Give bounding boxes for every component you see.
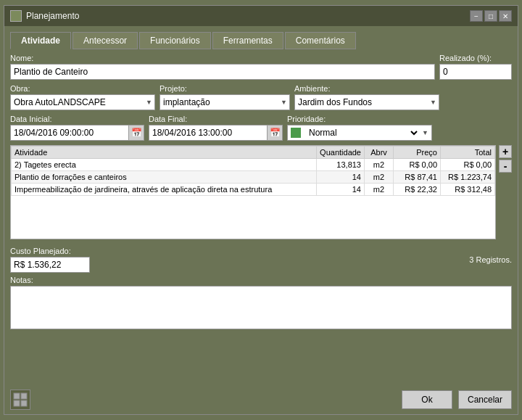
group-ambiente: Ambiente: Jardim dos Fundos [294, 84, 439, 110]
prioridade-label: Prioridade: [287, 115, 432, 123]
row-obra: Obra: Obra AutoLANDSCAPE Projeto: implan… [10, 84, 512, 110]
data-final-calendar-button[interactable]: 📅 [267, 125, 283, 141]
maximize-button[interactable]: □ [484, 10, 497, 22]
table-controls: + - [499, 145, 512, 239]
group-data-final: Data Final: 📅 [149, 115, 283, 141]
ambiente-select[interactable]: Jardim dos Fundos [294, 94, 439, 110]
cell-atividade: Impermeabilização de jardineira, através… [12, 184, 317, 196]
col-header-total: Total [441, 147, 495, 159]
data-inicial-wrap: 📅 [10, 125, 144, 141]
custo-row: Custo Planejado: 3 Registros. [10, 247, 512, 273]
cell-atividade: Plantio de forrações e canteiros [12, 171, 317, 184]
tab-atividade[interactable]: Atividade [10, 32, 71, 49]
cell-total: R$ 0,00 [441, 159, 495, 171]
tab-panel-atividade: Nome: Realizado (%): Obra: Obra AutoLAND… [10, 54, 512, 379]
data-inicial-calendar-button[interactable]: 📅 [128, 125, 144, 141]
tab-funcionarios[interactable]: Funcionários [139, 32, 211, 49]
cell-total: R$ 312,48 [441, 184, 495, 196]
add-row-button[interactable]: + [499, 145, 512, 158]
group-nome: Nome: [10, 54, 435, 80]
tab-comentarios[interactable]: Comentários [285, 32, 356, 49]
group-data-inicial: Data Inicial: 📅 [10, 115, 144, 141]
table-section-outer: Atividade Quantidade Abrv Preço Total 2)… [10, 145, 512, 239]
data-final-label: Data Final: [149, 115, 283, 123]
cell-atividade: 2) Tagetes erecta [12, 159, 317, 171]
data-final-input[interactable] [149, 125, 283, 141]
data-final-wrap: 📅 [149, 125, 283, 141]
col-header-quantidade: Quantidade [317, 147, 365, 159]
notas-group: Notas: [10, 276, 512, 332]
registros-label: 3 Registros. [469, 255, 512, 264]
footer: Ok Cancelar [4, 385, 518, 414]
realizado-label: Realizado (%): [439, 54, 512, 62]
close-button[interactable]: ✕ [499, 10, 512, 22]
prioridade-select[interactable]: Normal [303, 125, 420, 140]
col-header-abrv: Abrv [365, 147, 394, 159]
group-obra: Obra: Obra AutoLANDSCAPE [10, 84, 155, 110]
tab-ferramentas[interactable]: Ferramentas [212, 32, 283, 49]
cell-preco: R$ 87,41 [394, 171, 441, 184]
priority-dot-icon [291, 128, 301, 138]
notas-textarea[interactable] [10, 286, 512, 329]
nome-label: Nome: [10, 54, 435, 62]
bottom-section: Custo Planejado: 3 Registros. Notas: [10, 247, 512, 332]
cancelar-button[interactable]: Cancelar [458, 390, 512, 409]
cell-abrv: m2 [365, 184, 394, 196]
main-window: Planejamento − □ ✕ Atividade Antecessor … [4, 5, 518, 415]
custo-group: Custo Planejado: [10, 247, 90, 273]
custo-input[interactable] [10, 257, 90, 273]
group-projeto: Projeto: implantação [160, 84, 290, 110]
ambiente-select-wrap: Jardim dos Fundos [294, 94, 439, 110]
data-inicial-input[interactable] [10, 125, 144, 141]
row-datas: Data Inicial: 📅 Data Final: 📅 Prioridade… [10, 115, 512, 141]
prioridade-chevron-icon: ▼ [422, 129, 428, 136]
svg-rect-3 [21, 400, 27, 406]
custo-label: Custo Planejado: [10, 247, 90, 255]
tab-antecessor[interactable]: Antecessor [72, 32, 138, 49]
remove-row-button[interactable]: - [499, 160, 512, 173]
cell-quantidade: 14 [317, 184, 365, 196]
titlebar: Planejamento − □ ✕ [4, 6, 518, 26]
minimize-button[interactable]: − [470, 10, 483, 22]
cell-preco: R$ 22,32 [394, 184, 441, 196]
cell-quantidade: 14 [317, 171, 365, 184]
projeto-select-wrap: implantação [160, 94, 290, 110]
cell-abrv: m2 [365, 171, 394, 184]
group-prioridade: Prioridade: Normal ▼ [287, 115, 432, 141]
notas-label: Notas: [10, 276, 512, 284]
activity-data-table: Atividade Quantidade Abrv Preço Total 2)… [11, 146, 495, 196]
table-row[interactable]: 2) Tagetes erecta 13,813 m2 R$ 0,00 R$ 0… [12, 159, 495, 171]
titlebar-controls: − □ ✕ [470, 10, 512, 22]
ambiente-label: Ambiente: [294, 84, 439, 93]
footer-app-icon [10, 390, 30, 410]
cell-preco: R$ 0,00 [394, 159, 441, 171]
cell-total: R$ 1.223,74 [441, 171, 495, 184]
obra-select[interactable]: Obra AutoLANDSCAPE [10, 94, 155, 110]
svg-rect-1 [21, 393, 27, 399]
svg-rect-2 [14, 400, 20, 406]
col-header-preco: Preço [394, 147, 441, 159]
activity-table: Atividade Quantidade Abrv Preço Total 2)… [10, 145, 496, 239]
realizado-input[interactable] [439, 64, 512, 80]
row-nome: Nome: Realizado (%): [10, 54, 512, 80]
tab-bar: Atividade Antecessor Funcionários Ferram… [10, 32, 512, 49]
footer-left [10, 390, 396, 410]
cell-abrv: m2 [365, 159, 394, 171]
obra-label: Obra: [10, 84, 155, 93]
ok-button[interactable]: Ok [402, 390, 452, 409]
nome-input[interactable] [10, 64, 435, 80]
grid-icon [13, 392, 28, 407]
table-row[interactable]: Plantio de forrações e canteiros 14 m2 R… [12, 171, 495, 184]
obra-select-wrap: Obra AutoLANDSCAPE [10, 94, 155, 110]
data-inicial-label: Data Inicial: [10, 115, 144, 123]
svg-rect-0 [14, 393, 20, 399]
projeto-label: Projeto: [160, 84, 290, 93]
cell-quantidade: 13,813 [317, 159, 365, 171]
window-icon [10, 10, 22, 22]
col-header-atividade: Atividade [12, 147, 317, 159]
group-realizado: Realizado (%): [439, 54, 512, 80]
table-row[interactable]: Impermeabilização de jardineira, através… [12, 184, 495, 196]
table-header-row: Atividade Quantidade Abrv Preço Total [12, 147, 495, 159]
content-area: Atividade Antecessor Funcionários Ferram… [4, 26, 518, 385]
projeto-select[interactable]: implantação [160, 94, 290, 110]
